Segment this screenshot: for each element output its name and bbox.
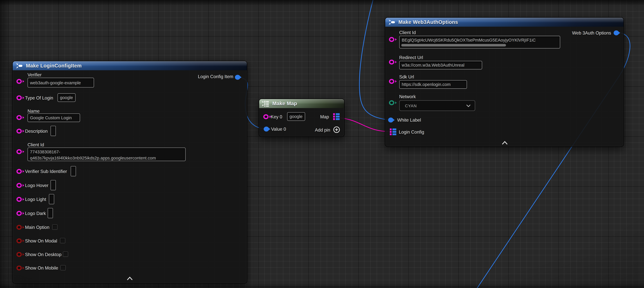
pin-label: Verifier Sub Identifier [25, 169, 67, 174]
pin-label: Logo Dark [25, 211, 46, 216]
node-make-loginconfigitem[interactable]: Make LoginConfigItem Login Config Item V… [12, 61, 247, 283]
input-pin-logo-hover[interactable] [16, 183, 22, 188]
input-pin-show-on-modal[interactable] [16, 238, 22, 243]
pin-label: Login Config [399, 130, 424, 134]
pin-label: Show On Mobile [25, 265, 58, 270]
input-pin-network[interactable] [389, 100, 394, 105]
add-pin-button[interactable] [333, 126, 340, 133]
pin-label: Type Of Login [25, 95, 53, 100]
sdk-url-input[interactable]: https://sdk.openlogin.com [399, 80, 467, 89]
pin-label: Logo Hover [25, 183, 48, 188]
show-on-mobile-checkbox[interactable] [60, 265, 66, 270]
output-pin-login-config-item[interactable] [235, 75, 240, 80]
network-selected-value: CYAN [405, 103, 416, 108]
pin-label: Main Option [25, 225, 50, 230]
pin-label: Verifier [28, 72, 42, 77]
output-pin-label: Login Config Item [198, 74, 233, 79]
node-title: Make Web3AuthOptions [398, 19, 458, 25]
output-pin-label: Web 3Auth Options [572, 31, 611, 36]
input-pin-show-on-mobile[interactable] [16, 265, 22, 270]
network-dropdown[interactable]: CYAN [399, 100, 475, 111]
field-scrollbar[interactable] [401, 44, 506, 47]
pin-label: Sdk Url [399, 74, 414, 79]
node-title: Make LoginConfigItem [26, 63, 82, 69]
key0-input[interactable]: google [287, 112, 305, 121]
make-map-icon [262, 100, 269, 107]
pin-label: Key 0 [271, 114, 282, 119]
collapse-chevron-icon[interactable] [126, 276, 133, 280]
pin-label: Name [28, 108, 40, 113]
show-on-desktop-checkbox[interactable] [63, 251, 68, 257]
logo-hover-input[interactable] [50, 180, 56, 190]
pin-label: Client Id [399, 30, 416, 35]
blueprint-graph-canvas[interactable]: Make LoginConfigItem Login Config Item V… [0, 0, 644, 288]
input-pin-client-id[interactable] [389, 37, 394, 42]
pin-label: Value 0 [271, 127, 286, 132]
node-title: Make Map [272, 101, 297, 106]
pin-label: Description [25, 129, 48, 134]
output-pin-map[interactable] [333, 113, 340, 120]
input-pin-name[interactable] [16, 115, 22, 120]
wire-map-to-loginconfig[interactable] [340, 118, 388, 132]
logo-light-input[interactable] [49, 194, 54, 204]
input-pin-description[interactable] [16, 129, 22, 134]
input-pin-value0[interactable] [264, 127, 269, 132]
output-pin-label: Map [320, 114, 329, 119]
main-option-checkbox[interactable] [52, 224, 58, 230]
add-pin-label: Add pin [315, 127, 330, 132]
node-header-make-loginconfigitem[interactable]: Make LoginConfigItem [13, 61, 247, 70]
show-on-modal-checkbox[interactable] [60, 238, 65, 243]
pin-label: Show On Desktop [25, 252, 62, 257]
pin-label: Redirect Url [399, 55, 423, 60]
client-id-value: BEglQSgt4cUWcj6SKRdu5QkOXTsePmMcusG5EAoy… [402, 38, 536, 43]
node-header-make-web3authoptions[interactable]: Make Web3AuthOptions [385, 18, 624, 27]
input-pin-logo-light[interactable] [16, 197, 22, 202]
collapse-chevron-icon[interactable] [502, 141, 508, 145]
client-id-line1: 774338308167- [30, 149, 60, 154]
input-pin-main-option[interactable] [16, 225, 22, 230]
input-pin-white-label[interactable] [388, 118, 394, 123]
node-make-web3authoptions[interactable]: Make Web3AuthOptions Web 3Auth Options C… [385, 17, 624, 147]
input-pin-logo-dark[interactable] [16, 211, 22, 216]
input-pin-key0[interactable] [263, 114, 269, 119]
description-input[interactable] [50, 126, 56, 136]
input-pin-redirect-url[interactable] [389, 60, 394, 65]
type-of-login-input[interactable]: google [58, 93, 76, 102]
redirect-url-input[interactable]: w3a://com.w3a.Web3AuthUnreal [399, 61, 482, 70]
pin-label: White Label [397, 118, 421, 123]
verifier-sub-identifier-input[interactable] [71, 166, 76, 176]
client-id-line2: q463s7kpvja16l4l0kko3nb925ikds2p.apps.go… [30, 155, 156, 160]
input-pin-sdk-url[interactable] [389, 79, 394, 84]
input-pin-show-on-desktop[interactable] [16, 252, 22, 257]
pin-label: Show On Modal [25, 238, 57, 243]
make-struct-icon [16, 63, 23, 69]
node-header-make-map[interactable]: Make Map [259, 99, 344, 108]
pin-label: Client Id [28, 142, 44, 147]
pin-label: Logo Light [25, 197, 46, 202]
name-input[interactable]: Google Custom Login [28, 113, 80, 122]
input-pin-login-config[interactable] [390, 128, 396, 136]
output-pin-web3auth-options[interactable] [614, 31, 619, 36]
pin-label: Network [399, 94, 416, 99]
node-make-map[interactable]: Make Map Key 0 google Map Value 0 Add pi… [259, 99, 344, 137]
input-pin-verifier[interactable] [16, 79, 22, 84]
verifier-input[interactable]: web3auth-google-example [28, 78, 94, 88]
logo-dark-input[interactable] [48, 208, 53, 218]
client-id-input[interactable]: 774338308167- q463s7kpvja16l4l0kko3nb925… [28, 148, 186, 161]
chevron-down-icon [466, 104, 471, 107]
make-struct-icon [388, 19, 395, 25]
input-pin-verifier-sub-identifier[interactable] [16, 169, 22, 174]
input-pin-client-id[interactable] [16, 149, 22, 154]
client-id-input[interactable]: BEglQSgt4cUWcj6SKRdu5QkOXTsePmMcusG5EAoy… [399, 36, 560, 49]
input-pin-type-of-login[interactable] [16, 95, 22, 100]
